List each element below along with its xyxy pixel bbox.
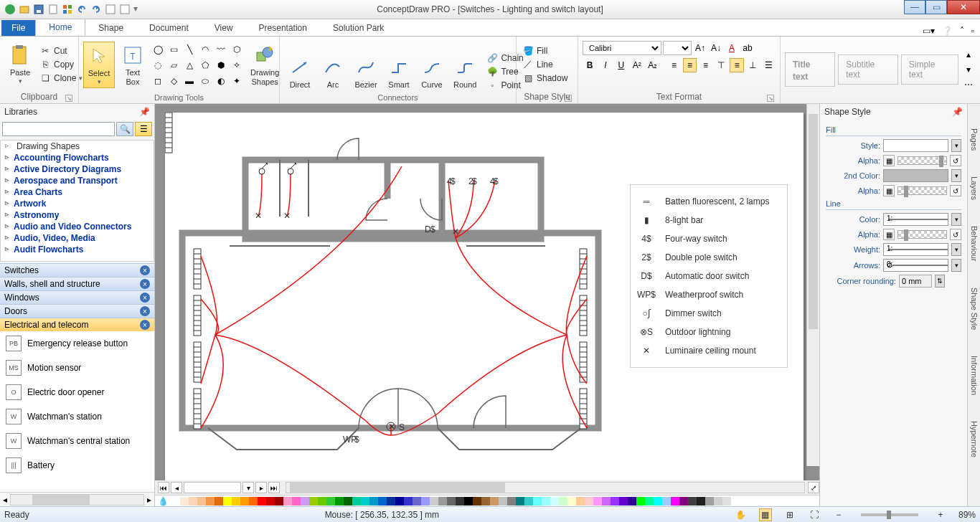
view-mode-icon[interactable]: ☰ xyxy=(135,122,152,136)
color-swatch[interactable] xyxy=(275,497,283,506)
reset-icon[interactable]: ↺ xyxy=(950,185,961,196)
qat-grid-icon[interactable] xyxy=(62,4,73,15)
color-swatch[interactable] xyxy=(378,497,387,506)
corner-rounding-field[interactable]: 0 mm xyxy=(899,275,932,288)
shadow-button[interactable]: ▧Shadow xyxy=(521,72,569,85)
color-swatch[interactable] xyxy=(688,497,697,506)
font-color-icon[interactable]: A xyxy=(725,41,739,55)
lib-switches[interactable]: Switches× xyxy=(0,263,154,277)
color-swatch[interactable] xyxy=(576,497,585,506)
paste-button[interactable]: Paste ▾ xyxy=(4,41,36,88)
reset-icon[interactable]: ↺ xyxy=(950,155,961,166)
color-swatch[interactable] xyxy=(223,497,232,506)
connector-arc[interactable]: Arc xyxy=(317,53,349,92)
color-swatch[interactable] xyxy=(619,497,628,506)
lib-doors[interactable]: Doors× xyxy=(0,304,154,318)
sheet-last-icon[interactable]: ⏭ xyxy=(268,482,280,493)
shape-item[interactable]: MSMotion sensor xyxy=(0,356,154,380)
color-swatch[interactable] xyxy=(473,497,481,506)
color-swatch[interactable] xyxy=(413,497,421,506)
color-swatch[interactable] xyxy=(481,497,490,506)
side-tab[interactable]: Layers xyxy=(970,174,979,203)
color-swatch[interactable] xyxy=(240,497,249,506)
help-icon[interactable]: ❔ xyxy=(942,26,953,36)
gallery-more-icon[interactable]: ⋯ xyxy=(961,77,976,92)
text-format-launcher[interactable]: ↘ xyxy=(767,95,774,102)
select-tool[interactable]: Select▾ xyxy=(83,42,115,89)
style-simple[interactable]: Simple text xyxy=(901,54,958,85)
arrows-field[interactable]: 0: xyxy=(883,259,948,272)
lib-walls[interactable]: Walls, shell and structure× xyxy=(0,277,154,290)
fullscreen-icon[interactable]: ⛶ xyxy=(808,508,821,521)
tree-item[interactable]: Astronomy xyxy=(1,209,154,221)
color-swatch[interactable] xyxy=(593,497,602,506)
dropdown-icon[interactable]: ▾ xyxy=(951,169,961,182)
color-swatch[interactable] xyxy=(602,497,611,506)
color-swatch[interactable] xyxy=(516,497,524,506)
color-swatch[interactable] xyxy=(283,497,292,506)
dropdown-icon[interactable]: ▾ xyxy=(951,139,961,152)
tree-item[interactable]: Audit Flowcharts xyxy=(1,244,154,255)
shape-item[interactable]: WWatchman's central station xyxy=(0,429,154,453)
qat-open-icon[interactable] xyxy=(19,4,30,15)
qat-redo-icon[interactable] xyxy=(90,4,102,15)
tab-solution-park[interactable]: Solution Park xyxy=(320,20,397,36)
qat-pin-icon[interactable] xyxy=(119,4,131,15)
color-swatch[interactable] xyxy=(705,497,714,506)
color-swatch[interactable] xyxy=(611,497,619,506)
color-swatch[interactable] xyxy=(464,497,473,506)
tree-item[interactable]: Audio and Video Connectors xyxy=(1,221,154,232)
color-swatch[interactable] xyxy=(215,497,223,506)
font-size-select[interactable]: 11 xyxy=(663,41,692,55)
color-swatch[interactable] xyxy=(344,497,352,506)
color-swatch[interactable] xyxy=(309,497,318,506)
pin-icon[interactable]: 📌 xyxy=(952,107,963,117)
tree-item[interactable]: Active Directory Diagrams xyxy=(1,163,154,175)
canvas-vscroll[interactable] xyxy=(806,104,819,466)
color-swatch[interactable] xyxy=(550,497,559,506)
tree-item[interactable]: Artwork xyxy=(1,198,154,209)
color-swatch[interactable] xyxy=(421,497,430,506)
lib-windows[interactable]: Windows× xyxy=(0,290,154,304)
color-swatch[interactable] xyxy=(542,497,550,506)
color-swatch[interactable] xyxy=(567,497,576,506)
color-swatch[interactable] xyxy=(387,497,395,506)
connector-bezier[interactable]: Bezier xyxy=(350,53,382,92)
color-swatch[interactable] xyxy=(369,497,378,506)
line-alpha-slider[interactable] xyxy=(897,230,947,239)
drawing-page[interactable]: 4$ 2$ 4$ D$ ✕✕ ✕ ✕S WP$ ═Batten fluores xyxy=(165,113,804,480)
close-button[interactable]: ✕ xyxy=(947,0,980,14)
bold-icon[interactable]: B xyxy=(583,58,597,72)
tab-presentation[interactable]: Presentation xyxy=(246,20,320,36)
increase-font-icon[interactable]: A↑ xyxy=(693,41,707,55)
color-swatch[interactable] xyxy=(258,497,266,506)
underline-icon[interactable]: U xyxy=(614,58,628,72)
qat-more-icon[interactable]: ▾ xyxy=(133,4,145,15)
color-swatch[interactable] xyxy=(266,497,275,506)
align-center-icon[interactable]: ≡ xyxy=(683,58,697,72)
clone-button[interactable]: ❏Clone▾ xyxy=(38,72,84,85)
clear-format-icon[interactable]: ab xyxy=(740,41,755,55)
gallery-down-icon[interactable]: ▾ xyxy=(961,62,976,77)
library-tree[interactable]: Drawing Shapes Accounting Flowcharts Act… xyxy=(0,140,154,262)
canvas-hscroll[interactable] xyxy=(286,482,805,493)
second-alpha-slider[interactable] xyxy=(897,186,947,195)
shape-item[interactable]: WWatchman's station xyxy=(0,404,154,429)
close-icon[interactable]: × xyxy=(140,279,150,289)
subscript-icon[interactable]: A₂ xyxy=(646,58,660,72)
superscript-icon[interactable]: A² xyxy=(630,58,644,72)
color-swatch[interactable] xyxy=(628,497,636,506)
connector-curve[interactable]: Curve xyxy=(416,53,448,92)
align-top-icon[interactable]: ⊤ xyxy=(714,58,728,72)
sheet-next-icon[interactable]: ▸ xyxy=(255,482,267,493)
tree-item[interactable]: Area Charts xyxy=(1,186,154,198)
style-title[interactable]: Title text xyxy=(785,52,835,87)
side-tab[interactable]: Behaviour xyxy=(970,223,979,265)
color-swatch[interactable] xyxy=(456,497,464,506)
qat-help-icon[interactable] xyxy=(105,4,116,15)
tab-home[interactable]: Home xyxy=(35,19,85,36)
connector-direct[interactable]: Direct xyxy=(284,53,316,92)
tab-shape[interactable]: Shape xyxy=(85,20,136,36)
align-middle-icon[interactable]: ≡ xyxy=(730,58,744,72)
subwindow-icon[interactable]: ▫ xyxy=(971,26,974,36)
